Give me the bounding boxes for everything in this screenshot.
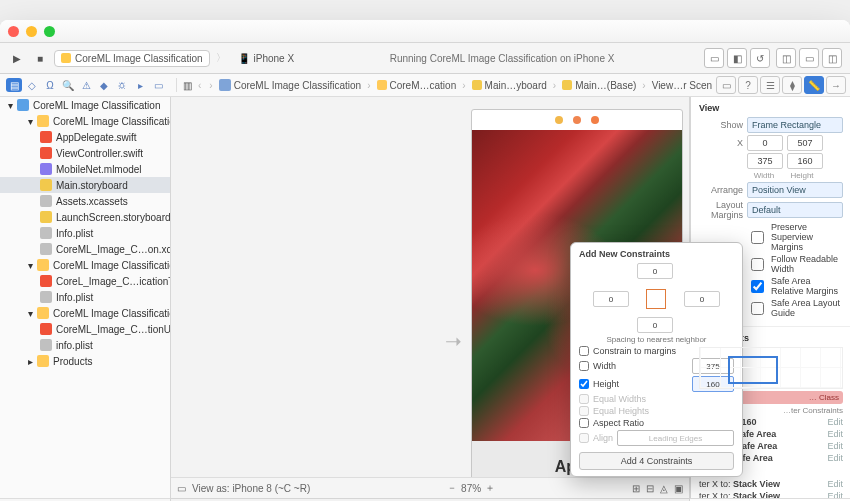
issue-icon[interactable]: ⚠ xyxy=(78,78,94,92)
scene-header[interactable] xyxy=(472,110,682,130)
zoom-icon[interactable] xyxy=(44,26,55,37)
crumb-file[interactable]: Main…yboard xyxy=(485,80,547,91)
file-mobilenet[interactable]: MobileNet.mlmodel xyxy=(56,164,142,175)
file-inspector-icon[interactable]: ▭ xyxy=(716,76,736,94)
scheme-selector[interactable]: CoreML Image Classification xyxy=(54,50,209,67)
project-root[interactable]: CoreML Image Classification xyxy=(33,100,160,111)
add-constraints-button[interactable]: Add 4 Constraints xyxy=(579,452,734,470)
zoom-out-button[interactable]: － xyxy=(447,481,457,495)
attributes-inspector-icon[interactable]: ⧫ xyxy=(782,76,802,94)
constraint-row[interactable]: ter X to: Stack ViewEdit xyxy=(699,491,843,498)
preserve-margins-checkbox[interactable] xyxy=(751,231,764,244)
arrange-popup[interactable]: Position View xyxy=(747,182,843,198)
pin-top-field[interactable]: 0 xyxy=(637,263,673,279)
edit-button[interactable]: Edit xyxy=(827,417,843,427)
identity-inspector-icon[interactable]: ☰ xyxy=(760,76,780,94)
width-field[interactable]: 375 xyxy=(747,153,783,169)
aspect-ratio-row[interactable]: Aspect Ratio xyxy=(579,418,734,428)
source-control-icon[interactable]: ◇ xyxy=(24,78,40,92)
pin-tool-icon[interactable]: ⊟ xyxy=(646,483,654,494)
edit-button[interactable]: Edit xyxy=(827,429,843,439)
breadcrumb[interactable]: ▥ ‹› CoreML Image Classification › CoreM… xyxy=(177,79,712,91)
crumb-base[interactable]: Main…(Base) xyxy=(575,80,636,91)
group-app[interactable]: CoreML Image Classification xyxy=(53,116,171,127)
connections-inspector-icon[interactable]: → xyxy=(826,76,846,94)
destination-selector[interactable]: 📱 iPhone X xyxy=(232,51,301,66)
group-tests[interactable]: CoreML Image ClassificationTests xyxy=(53,260,171,271)
toggle-inspector-button[interactable]: ◫ xyxy=(822,48,842,68)
minimize-icon[interactable] xyxy=(26,26,37,37)
size-inspector-icon[interactable]: 📏 xyxy=(804,76,824,94)
test-icon[interactable]: ◆ xyxy=(96,78,112,92)
layout-margins-popup[interactable]: Default xyxy=(747,202,843,218)
pin-bottom-field[interactable]: 0 xyxy=(637,317,673,333)
pin-cross[interactable]: 0 0 0 0 xyxy=(579,263,734,333)
constrain-margins-checkbox[interactable] xyxy=(579,346,589,356)
crumb-project[interactable]: CoreML Image Classification xyxy=(234,80,361,91)
zoom-in-button[interactable]: ＋ xyxy=(485,481,495,495)
edit-button[interactable]: Edit xyxy=(827,453,843,463)
toggle-outline-button[interactable]: ▥ xyxy=(183,80,192,91)
pin-right-field[interactable]: 0 xyxy=(684,291,720,307)
resolve-tool-icon[interactable]: ◬ xyxy=(660,483,668,494)
x-field[interactable]: 0 xyxy=(747,135,783,151)
symbol-icon[interactable]: Ω xyxy=(42,78,58,92)
close-icon[interactable] xyxy=(8,26,19,37)
traffic-lights xyxy=(8,26,55,37)
file-uitests-swift[interactable]: CoreML_Image_C…tionUITests.swift xyxy=(56,324,171,335)
disclosure-icon[interactable]: ▾ xyxy=(28,260,33,271)
aspect-ratio-checkbox[interactable] xyxy=(579,418,589,428)
file-main-storyboard[interactable]: Main.storyboard xyxy=(56,180,128,191)
debug-icon[interactable]: ⛭ xyxy=(114,78,130,92)
crumb-scene[interactable]: View…r Scene xyxy=(652,80,712,91)
file-uitests-info[interactable]: info.plist xyxy=(56,340,93,351)
file-assets[interactable]: Assets.xcassets xyxy=(56,196,128,207)
file-datamodel[interactable]: CoreML_Image_C…on.xcdatamodeld xyxy=(56,244,171,255)
project-navigator[interactable]: ▾CoreML Image Classification ▾CoreML Ima… xyxy=(0,97,171,498)
group-products[interactable]: Products xyxy=(53,356,92,367)
safearea-guide-checkbox[interactable] xyxy=(751,302,764,315)
disclosure-icon[interactable]: ▾ xyxy=(28,308,33,319)
file-viewcontroller[interactable]: ViewController.swift xyxy=(56,148,143,159)
disclosure-icon[interactable]: ▸ xyxy=(28,356,33,367)
standard-editor-button[interactable]: ▭ xyxy=(704,48,724,68)
width-checkbox[interactable] xyxy=(579,361,589,371)
align-tool-icon[interactable]: ⊞ xyxy=(632,483,640,494)
edit-button[interactable]: Edit xyxy=(827,441,843,451)
help-inspector-icon[interactable]: ? xyxy=(738,76,758,94)
assistant-editor-button[interactable]: ◧ xyxy=(727,48,747,68)
breakpoint-icon[interactable]: ▸ xyxy=(132,78,148,92)
file-launchscreen[interactable]: LaunchScreen.storyboard xyxy=(56,212,171,223)
pin-left-field[interactable]: 0 xyxy=(593,291,629,307)
constraint-diagram[interactable] xyxy=(699,347,843,389)
find-icon[interactable]: 🔍 xyxy=(60,78,76,92)
toggle-debug-button[interactable]: ▭ xyxy=(799,48,819,68)
viewas-label[interactable]: View as: iPhone 8 (~C ~R) xyxy=(192,483,310,494)
version-editor-button[interactable]: ↺ xyxy=(750,48,770,68)
height-field[interactable]: 160 xyxy=(787,153,823,169)
edit-button[interactable]: Edit xyxy=(827,479,843,489)
disclosure-icon[interactable]: ▾ xyxy=(8,100,13,111)
zoom-controls[interactable]: － 87% ＋ xyxy=(447,481,495,495)
file-infoplist[interactable]: Info.plist xyxy=(56,228,93,239)
crumb-group[interactable]: CoreM…cation xyxy=(390,80,457,91)
toggle-navigator-button[interactable]: ◫ xyxy=(776,48,796,68)
edit-button[interactable]: Edit xyxy=(827,491,843,498)
show-popup[interactable]: Frame Rectangle xyxy=(747,117,843,133)
embed-tool-icon[interactable]: ▣ xyxy=(674,483,683,494)
y-field[interactable]: 507 xyxy=(787,135,823,151)
readable-width-checkbox[interactable] xyxy=(751,258,764,271)
file-appdelegate[interactable]: AppDelegate.swift xyxy=(56,132,137,143)
report-icon[interactable]: ▭ xyxy=(150,78,166,92)
group-uitests[interactable]: CoreML Image ClassificationUITests xyxy=(53,308,171,319)
stop-button[interactable]: ■ xyxy=(32,51,48,66)
run-button[interactable]: ▶ xyxy=(8,51,26,66)
device-config-icon[interactable]: ▭ xyxy=(177,483,186,494)
disclosure-icon[interactable]: ▾ xyxy=(28,116,33,127)
file-tests-info[interactable]: Info.plist xyxy=(56,292,93,303)
safearea-relative-checkbox[interactable] xyxy=(751,280,764,293)
project-navigator-icon[interactable]: ▤ xyxy=(6,78,22,92)
height-checkbox[interactable] xyxy=(579,379,589,389)
constraint-row[interactable]: ter X to: Stack ViewEdit xyxy=(699,479,843,489)
file-tests-swift[interactable]: CoreL_Image_C…icationTests.swift xyxy=(56,276,171,287)
